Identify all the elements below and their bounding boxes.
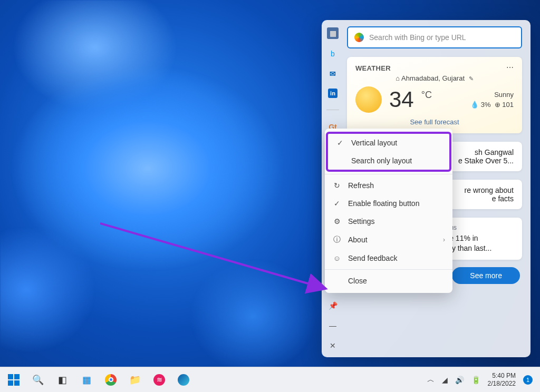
weather-details: Sunny 💧 3% ⊕ 101 (470, 90, 514, 110)
weather-card[interactable]: ⋯ WEATHER ⌂ Ahmadabad, Gujarat ✎ 34 °C S… (347, 57, 522, 133)
card-more-icon[interactable]: ⋯ (506, 63, 515, 72)
menu-close[interactable]: Close (325, 272, 452, 290)
app-icon-red[interactable]: ≋ (153, 374, 166, 386)
clock[interactable]: 5:40 PM 2/18/2022 (488, 372, 516, 387)
menu-feedback[interactable]: ☺ Send feedback (325, 249, 452, 267)
menu-separator (325, 174, 452, 174)
wifi-icon[interactable]: ◢ (442, 376, 448, 384)
chevron-up-icon[interactable]: ︿ (427, 375, 435, 385)
linkedin-icon[interactable]: in (328, 89, 338, 98)
weather-stats: 💧 3% ⊕ 101 (470, 100, 514, 110)
news-icon[interactable]: ▦ (327, 27, 339, 39)
layout-options-highlight: ✓ Vertical layout Search only layout (326, 132, 451, 172)
clock-time: 5:40 PM (488, 372, 516, 379)
sun-icon (355, 86, 382, 113)
menu-refresh[interactable]: ↻ Refresh (325, 177, 452, 194)
widgets-icon[interactable]: ▦ (80, 374, 93, 386)
battery-icon[interactable]: 🔋 (471, 376, 480, 384)
notification-badge[interactable]: 1 (523, 375, 533, 385)
taskbar[interactable]: 🔍 ◧ ▦ 📁 ≋ ︿ ◢ 🔊 🔋 5:40 PM 2/18/2022 1 (0, 367, 540, 392)
close-icon[interactable]: ✕ (327, 340, 338, 351)
weather-main: 34 °C Sunny 💧 3% ⊕ 101 (355, 86, 514, 113)
search-icon[interactable]: 🔍 (32, 374, 44, 386)
rail-divider (326, 110, 339, 110)
edit-icon[interactable]: ✎ (469, 75, 474, 82)
edge-icon[interactable] (177, 374, 190, 386)
weather-temp: 34 (389, 87, 414, 112)
search-placeholder: Search with Bing or type URL (369, 33, 515, 42)
chevron-right-icon: › (443, 236, 445, 243)
menu-separator (325, 269, 452, 270)
taskbar-right: ︿ ◢ 🔊 🔋 5:40 PM 2/18/2022 1 (427, 372, 533, 387)
settings-context-menu: ✓ Vertical layout Search only layout ↻ R… (325, 129, 452, 293)
outlook-icon[interactable]: ✉ (327, 68, 338, 79)
pin-icon[interactable]: 📌 (327, 300, 338, 311)
feedback-icon: ☺ (332, 254, 342, 262)
info-icon: ⓘ (332, 235, 342, 244)
menu-search-only-layout[interactable]: Search only layout (328, 152, 449, 170)
menu-floating-button[interactable]: ✓ Enable floating button (325, 194, 452, 212)
checkmark-icon: ✓ (335, 139, 345, 147)
taskbar-left: 🔍 ◧ ▦ 📁 ≋ (7, 374, 190, 386)
weather-condition: Sunny (470, 90, 514, 100)
file-explorer-icon[interactable]: 📁 (129, 374, 141, 386)
edge-logo-icon (354, 33, 364, 42)
clock-date: 2/18/2022 (488, 380, 516, 387)
chrome-icon[interactable] (104, 374, 117, 386)
home-icon: ⌂ (396, 74, 400, 82)
refresh-icon: ↻ (332, 181, 342, 190)
gear-icon: ⚙ (332, 217, 342, 226)
minimize-icon[interactable]: — (327, 320, 338, 331)
volume-icon[interactable]: 🔊 (455, 376, 464, 384)
menu-vertical-layout[interactable]: ✓ Vertical layout (328, 134, 449, 152)
see-forecast-link[interactable]: See full forecast (355, 118, 514, 126)
menu-about[interactable]: ⓘ About › (325, 230, 452, 249)
weather-title: WEATHER (355, 64, 514, 72)
see-more-button[interactable]: See more (452, 267, 520, 284)
checkmark-icon: ✓ (332, 199, 342, 208)
bing-icon[interactable]: b (327, 48, 338, 59)
search-input[interactable]: Search with Bing or type URL (347, 26, 522, 48)
weather-unit: °C (421, 90, 432, 101)
task-view-icon[interactable]: ◧ (56, 374, 69, 386)
menu-settings[interactable]: ⚙ Settings (325, 212, 452, 230)
weather-location[interactable]: ⌂ Ahmadabad, Gujarat ✎ (355, 74, 514, 82)
start-button[interactable] (7, 374, 20, 386)
